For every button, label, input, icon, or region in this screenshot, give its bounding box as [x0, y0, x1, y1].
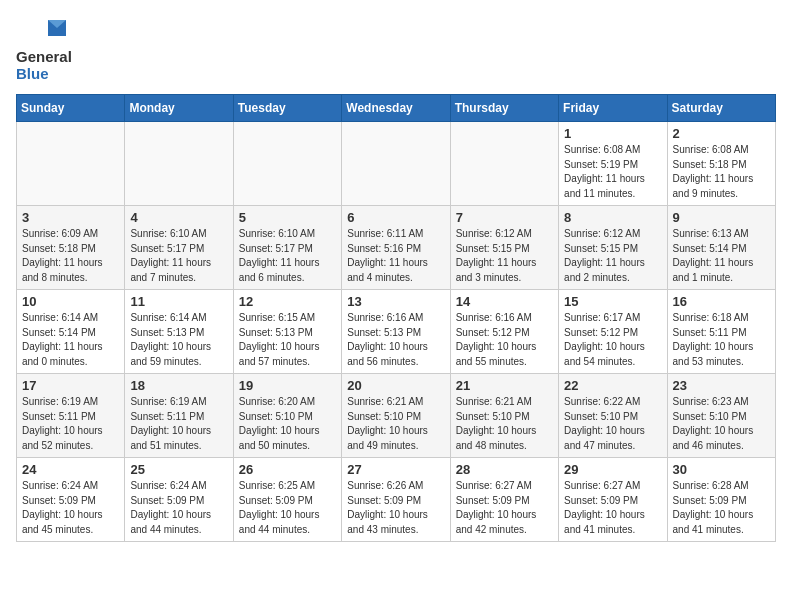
day-info: Sunrise: 6:14 AMSunset: 5:13 PMDaylight:…: [130, 311, 227, 369]
calendar-cell: 12Sunrise: 6:15 AMSunset: 5:13 PMDayligh…: [233, 290, 341, 374]
day-info: Sunrise: 6:28 AMSunset: 5:09 PMDaylight:…: [673, 479, 770, 537]
day-number: 21: [456, 378, 553, 393]
day-number: 17: [22, 378, 119, 393]
calendar-cell: 20Sunrise: 6:21 AMSunset: 5:10 PMDayligh…: [342, 374, 450, 458]
day-number: 30: [673, 462, 770, 477]
day-info: Sunrise: 6:19 AMSunset: 5:11 PMDaylight:…: [130, 395, 227, 453]
logo-blue-text: Blue: [16, 65, 49, 82]
calendar-cell: 30Sunrise: 6:28 AMSunset: 5:09 PMDayligh…: [667, 458, 775, 542]
day-info: Sunrise: 6:16 AMSunset: 5:12 PMDaylight:…: [456, 311, 553, 369]
calendar-cell: 14Sunrise: 6:16 AMSunset: 5:12 PMDayligh…: [450, 290, 558, 374]
day-number: 6: [347, 210, 444, 225]
day-number: 5: [239, 210, 336, 225]
weekday-header-wednesday: Wednesday: [342, 95, 450, 122]
day-info: Sunrise: 6:08 AMSunset: 5:19 PMDaylight:…: [564, 143, 661, 201]
calendar-cell: 1Sunrise: 6:08 AMSunset: 5:19 PMDaylight…: [559, 122, 667, 206]
day-info: Sunrise: 6:27 AMSunset: 5:09 PMDaylight:…: [456, 479, 553, 537]
day-number: 2: [673, 126, 770, 141]
day-number: 10: [22, 294, 119, 309]
day-info: Sunrise: 6:26 AMSunset: 5:09 PMDaylight:…: [347, 479, 444, 537]
day-number: 19: [239, 378, 336, 393]
day-info: Sunrise: 6:12 AMSunset: 5:15 PMDaylight:…: [456, 227, 553, 285]
calendar-cell: 17Sunrise: 6:19 AMSunset: 5:11 PMDayligh…: [17, 374, 125, 458]
day-number: 3: [22, 210, 119, 225]
day-number: 25: [130, 462, 227, 477]
calendar-cell: 18Sunrise: 6:19 AMSunset: 5:11 PMDayligh…: [125, 374, 233, 458]
day-number: 29: [564, 462, 661, 477]
calendar: SundayMondayTuesdayWednesdayThursdayFrid…: [16, 94, 776, 542]
calendar-cell: 16Sunrise: 6:18 AMSunset: 5:11 PMDayligh…: [667, 290, 775, 374]
day-info: Sunrise: 6:11 AMSunset: 5:16 PMDaylight:…: [347, 227, 444, 285]
day-info: Sunrise: 6:10 AMSunset: 5:17 PMDaylight:…: [239, 227, 336, 285]
calendar-cell: 4Sunrise: 6:10 AMSunset: 5:17 PMDaylight…: [125, 206, 233, 290]
day-info: Sunrise: 6:24 AMSunset: 5:09 PMDaylight:…: [130, 479, 227, 537]
week-row-3: 10Sunrise: 6:14 AMSunset: 5:14 PMDayligh…: [17, 290, 776, 374]
weekday-header-row: SundayMondayTuesdayWednesdayThursdayFrid…: [17, 95, 776, 122]
calendar-cell: 3Sunrise: 6:09 AMSunset: 5:18 PMDaylight…: [17, 206, 125, 290]
calendar-cell: [450, 122, 558, 206]
calendar-cell: 11Sunrise: 6:14 AMSunset: 5:13 PMDayligh…: [125, 290, 233, 374]
day-number: 4: [130, 210, 227, 225]
calendar-cell: 28Sunrise: 6:27 AMSunset: 5:09 PMDayligh…: [450, 458, 558, 542]
day-info: Sunrise: 6:10 AMSunset: 5:17 PMDaylight:…: [130, 227, 227, 285]
header: GeneralBlue: [16, 16, 776, 82]
calendar-cell: 13Sunrise: 6:16 AMSunset: 5:13 PMDayligh…: [342, 290, 450, 374]
calendar-cell: [125, 122, 233, 206]
day-info: Sunrise: 6:20 AMSunset: 5:10 PMDaylight:…: [239, 395, 336, 453]
day-info: Sunrise: 6:09 AMSunset: 5:18 PMDaylight:…: [22, 227, 119, 285]
logo: GeneralBlue: [16, 16, 72, 82]
calendar-cell: 15Sunrise: 6:17 AMSunset: 5:12 PMDayligh…: [559, 290, 667, 374]
weekday-header-tuesday: Tuesday: [233, 95, 341, 122]
calendar-cell: 10Sunrise: 6:14 AMSunset: 5:14 PMDayligh…: [17, 290, 125, 374]
day-info: Sunrise: 6:12 AMSunset: 5:15 PMDaylight:…: [564, 227, 661, 285]
day-info: Sunrise: 6:22 AMSunset: 5:10 PMDaylight:…: [564, 395, 661, 453]
calendar-cell: 22Sunrise: 6:22 AMSunset: 5:10 PMDayligh…: [559, 374, 667, 458]
day-number: 14: [456, 294, 553, 309]
day-number: 8: [564, 210, 661, 225]
calendar-cell: 5Sunrise: 6:10 AMSunset: 5:17 PMDaylight…: [233, 206, 341, 290]
day-number: 1: [564, 126, 661, 141]
logo-general-text: General: [16, 48, 72, 65]
calendar-cell: 2Sunrise: 6:08 AMSunset: 5:18 PMDaylight…: [667, 122, 775, 206]
day-info: Sunrise: 6:27 AMSunset: 5:09 PMDaylight:…: [564, 479, 661, 537]
day-info: Sunrise: 6:25 AMSunset: 5:09 PMDaylight:…: [239, 479, 336, 537]
day-number: 28: [456, 462, 553, 477]
calendar-cell: 26Sunrise: 6:25 AMSunset: 5:09 PMDayligh…: [233, 458, 341, 542]
weekday-header-saturday: Saturday: [667, 95, 775, 122]
day-number: 12: [239, 294, 336, 309]
weekday-header-friday: Friday: [559, 95, 667, 122]
day-number: 15: [564, 294, 661, 309]
day-info: Sunrise: 6:21 AMSunset: 5:10 PMDaylight:…: [347, 395, 444, 453]
calendar-cell: [17, 122, 125, 206]
day-number: 11: [130, 294, 227, 309]
calendar-cell: 7Sunrise: 6:12 AMSunset: 5:15 PMDaylight…: [450, 206, 558, 290]
day-info: Sunrise: 6:14 AMSunset: 5:14 PMDaylight:…: [22, 311, 119, 369]
calendar-cell: 8Sunrise: 6:12 AMSunset: 5:15 PMDaylight…: [559, 206, 667, 290]
calendar-cell: 21Sunrise: 6:21 AMSunset: 5:10 PMDayligh…: [450, 374, 558, 458]
day-number: 7: [456, 210, 553, 225]
calendar-cell: 25Sunrise: 6:24 AMSunset: 5:09 PMDayligh…: [125, 458, 233, 542]
day-number: 9: [673, 210, 770, 225]
calendar-cell: 23Sunrise: 6:23 AMSunset: 5:10 PMDayligh…: [667, 374, 775, 458]
day-number: 13: [347, 294, 444, 309]
week-row-4: 17Sunrise: 6:19 AMSunset: 5:11 PMDayligh…: [17, 374, 776, 458]
day-number: 23: [673, 378, 770, 393]
weekday-header-thursday: Thursday: [450, 95, 558, 122]
weekday-header-monday: Monday: [125, 95, 233, 122]
day-info: Sunrise: 6:18 AMSunset: 5:11 PMDaylight:…: [673, 311, 770, 369]
day-number: 24: [22, 462, 119, 477]
day-info: Sunrise: 6:15 AMSunset: 5:13 PMDaylight:…: [239, 311, 336, 369]
calendar-cell: 9Sunrise: 6:13 AMSunset: 5:14 PMDaylight…: [667, 206, 775, 290]
calendar-cell: 19Sunrise: 6:20 AMSunset: 5:10 PMDayligh…: [233, 374, 341, 458]
week-row-5: 24Sunrise: 6:24 AMSunset: 5:09 PMDayligh…: [17, 458, 776, 542]
day-number: 27: [347, 462, 444, 477]
day-info: Sunrise: 6:23 AMSunset: 5:10 PMDaylight:…: [673, 395, 770, 453]
weekday-header-sunday: Sunday: [17, 95, 125, 122]
calendar-cell: 24Sunrise: 6:24 AMSunset: 5:09 PMDayligh…: [17, 458, 125, 542]
calendar-cell: 27Sunrise: 6:26 AMSunset: 5:09 PMDayligh…: [342, 458, 450, 542]
calendar-cell: 6Sunrise: 6:11 AMSunset: 5:16 PMDaylight…: [342, 206, 450, 290]
day-info: Sunrise: 6:24 AMSunset: 5:09 PMDaylight:…: [22, 479, 119, 537]
calendar-cell: 29Sunrise: 6:27 AMSunset: 5:09 PMDayligh…: [559, 458, 667, 542]
day-info: Sunrise: 6:13 AMSunset: 5:14 PMDaylight:…: [673, 227, 770, 285]
week-row-2: 3Sunrise: 6:09 AMSunset: 5:18 PMDaylight…: [17, 206, 776, 290]
